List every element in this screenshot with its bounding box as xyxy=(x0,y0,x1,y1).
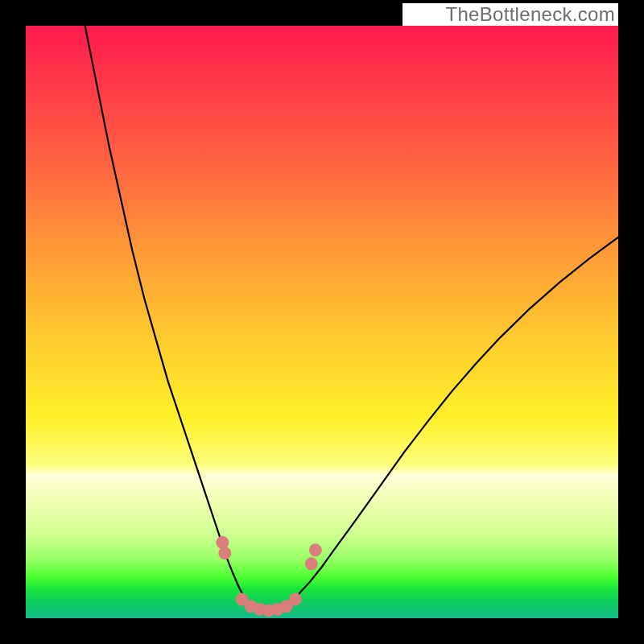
marker-layer xyxy=(216,536,322,617)
watermark-label: TheBottleneck.com xyxy=(445,3,615,26)
curve-layer xyxy=(85,26,618,611)
data-marker xyxy=(216,536,229,549)
bottleneck-curve xyxy=(85,26,618,611)
data-marker xyxy=(289,592,302,605)
data-marker xyxy=(309,543,322,556)
chart-svg xyxy=(26,26,618,618)
data-marker xyxy=(305,557,318,570)
data-marker xyxy=(218,547,231,559)
outer-frame: TheBottleneck.com xyxy=(0,0,644,644)
